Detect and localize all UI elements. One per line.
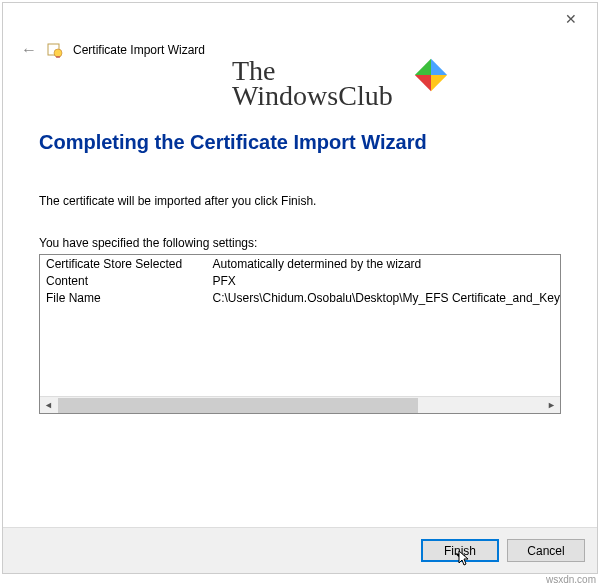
svg-marker-2 (431, 59, 447, 75)
settings-keys: Certificate Store Selected Content File … (42, 257, 209, 396)
horizontal-scrollbar[interactable]: ◄ ► (40, 396, 560, 413)
row-value: C:\Users\Chidum.Osobalu\Desktop\My_EFS C… (209, 291, 560, 308)
settings-values: Automatically determined by the wizard P… (209, 257, 560, 396)
scroll-left-icon[interactable]: ◄ (40, 397, 57, 414)
page-heading: Completing the Certificate Import Wizard (39, 131, 561, 154)
wizard-title: Certificate Import Wizard (73, 43, 205, 57)
svg-marker-4 (415, 75, 431, 91)
scroll-thumb[interactable] (58, 398, 418, 413)
row-value: PFX (209, 274, 560, 291)
row-value: Automatically determined by the wizard (209, 257, 560, 274)
settings-box: Certificate Store Selected Content File … (39, 254, 561, 414)
content: Completing the Certificate Import Wizard… (3, 65, 597, 527)
windowsclub-logo-icon (412, 56, 450, 94)
settings-table: Certificate Store Selected Content File … (40, 255, 560, 396)
settings-label: You have specified the following setting… (39, 236, 561, 250)
watermark-line2: WindowsClub (232, 83, 393, 108)
row-key: Content (42, 274, 209, 291)
titlebar: ✕ (3, 3, 597, 35)
row-key: File Name (42, 291, 209, 308)
intro-text: The certificate will be imported after y… (39, 194, 561, 208)
scroll-track[interactable] (57, 397, 543, 414)
button-bar: Finish Cancel (3, 527, 597, 573)
back-arrow-icon[interactable]: ← (21, 41, 37, 59)
row-key: Certificate Store Selected (42, 257, 209, 274)
cancel-button[interactable]: Cancel (507, 539, 585, 562)
watermark-text: The WindowsClub (232, 58, 393, 108)
svg-marker-3 (431, 75, 447, 91)
cancel-button-label: Cancel (527, 544, 564, 558)
scroll-right-icon[interactable]: ► (543, 397, 560, 414)
finish-button[interactable]: Finish (421, 539, 499, 562)
close-icon[interactable]: ✕ (557, 7, 585, 31)
svg-marker-5 (415, 59, 431, 75)
site-credit: wsxdn.com (546, 574, 596, 585)
certificate-icon (47, 42, 63, 58)
